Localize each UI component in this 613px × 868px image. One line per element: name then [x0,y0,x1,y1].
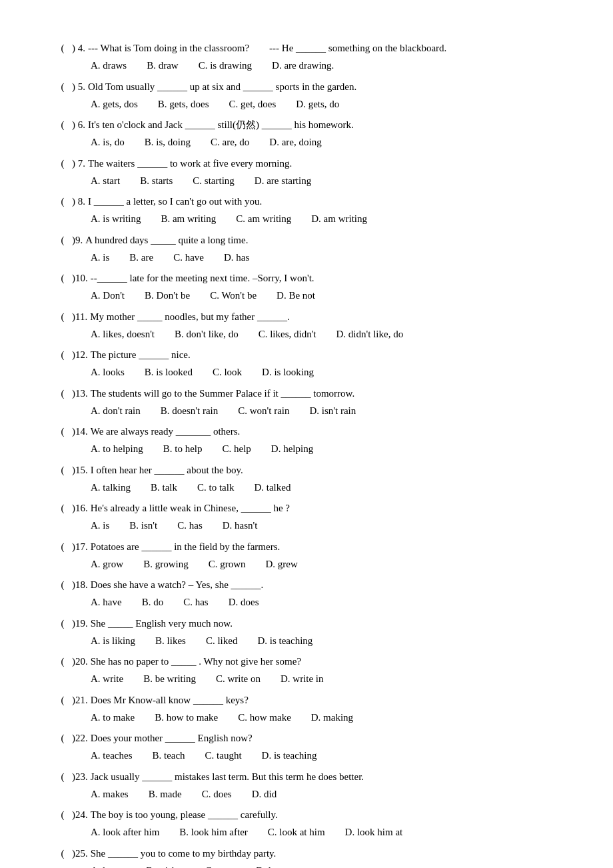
question-paren: ( [53,119,72,131]
question-line: ()14.We are always ready _______ others. [53,423,560,439]
question-text: She has no paper to _____ . Why not give… [91,653,560,669]
answer-line: A. draws B. draw C. is drawing D. are dr… [53,57,560,75]
question-text: She ______ you to come to my birthday pa… [91,845,560,861]
question-paren: ( [53,503,72,514]
answer-line: A. don't rain B. doesn't rain C. won't r… [53,403,560,420]
question-block: ()23.Jack usually ______ mistakes last t… [53,769,560,803]
answer-line: A. to make B. how to make C. how make D.… [53,709,560,727]
answer-line: A. teaches B. teach C. taught D. is teac… [53,747,560,765]
question-paren: ( [53,388,72,399]
question-text: He's already a little weak in Chinese, _… [91,500,560,516]
answer-line: A. look after him B. look him after C. l… [53,824,560,841]
answer-line: A. is, do B. is, doing C. are, do D. are… [53,134,560,151]
question-line: ()23.Jack usually ______ mistakes last t… [53,769,560,785]
question-paren: ( [53,426,72,437]
question-paren: ( [53,158,72,169]
question-text: Potatoes are ______ in the field by the … [91,539,560,555]
question-number: )22. [72,733,88,744]
question-paren: ( [53,465,72,476]
answer-line: A. start B. starts C. starting D. are st… [53,173,560,190]
question-block: ()12.The picture ______ nice.A. looks B.… [53,347,560,381]
answer-line: A. hopes B. wishes C. want D. lets [53,863,560,869]
question-number: ) 8. [72,196,85,207]
answer-line: A. write B. be writing C. write on D. wr… [53,671,560,688]
question-block: () 4.--- What is Tom doing in the classr… [53,40,560,75]
question-number: )23. [72,771,88,783]
question-block: ()18.Does she have a watch? – Yes, she _… [53,577,560,611]
question-paren: ( [53,196,72,207]
question-block: ()21.Does Mr Know-all know ______ keys?A… [53,692,560,727]
question-line: ()18.Does she have a watch? – Yes, she _… [53,577,560,593]
question-line: ()16.He's already a little weak in Chine… [53,500,560,516]
question-paren: ( [53,273,72,284]
question-text: My mother _____ noodles, but my father _… [90,309,560,325]
question-number: ) 5. [72,81,85,93]
question-line: ()19.She _____ English very much now. [53,615,560,631]
answer-line: A. looks B. is looked C. look D. is look… [53,364,560,381]
question-number: )20. [72,656,88,667]
question-block: ()22.Does your mother ______ English now… [53,730,560,765]
question-number: )15. [72,465,88,476]
answer-line: A. grow B. growing C. grown D. grew [53,556,560,573]
question-block: () 5.Old Tom usually ______ up at six an… [53,79,560,113]
question-text: We are always ready _______ others. [91,423,560,439]
question-paren: ( [53,81,72,93]
question-block: () 6.It's ten o'clock and Jack ______ st… [53,117,560,151]
question-text: A hundred days _____ quite a long time. [85,232,560,248]
question-text: She _____ English very much now. [91,615,560,631]
question-text: Does she have a watch? – Yes, she ______… [91,577,560,593]
question-line: ()13.The students will go to the Summer … [53,385,560,401]
question-block: ()13.The students will go to the Summer … [53,385,560,420]
answer-line: A. likes, doesn't B. don't like, do C. l… [53,326,560,343]
question-text: Does Mr Know-all know ______ keys? [91,692,560,708]
question-number: )24. [72,809,88,821]
question-paren: ( [53,733,72,744]
answer-line: A. is B. are C. have D. has [53,249,560,267]
questions-container: () 4.--- What is Tom doing in the classr… [53,40,560,868]
question-block: ()14.We are always ready _______ others.… [53,423,560,458]
question-line: () 7.The waiters ______ to work at five … [53,155,560,171]
question-line: () 6.It's ten o'clock and Jack ______ st… [53,117,560,133]
answer-line: A. gets, dos B. gets, does C. get, does … [53,96,560,113]
question-paren: ( [53,43,72,54]
question-line: ()24.The boy is too young, please ______… [53,807,560,823]
question-paren: ( [53,848,72,859]
question-number: ) 6. [72,119,85,131]
question-line: ()11.My mother _____ noodles, but my fat… [53,309,560,325]
question-text: --______ late for the meeting next time.… [91,270,560,286]
question-number: ) 4. [72,43,85,54]
question-number: )9. [72,235,83,246]
question-paren: ( [53,349,72,361]
question-paren: ( [53,618,72,629]
question-paren: ( [53,311,72,323]
question-block: ()11.My mother _____ noodles, but my fat… [53,309,560,343]
question-number: )18. [72,579,88,591]
question-text: The students will go to the Summer Palac… [91,385,560,401]
question-number: )17. [72,541,88,553]
question-block: ()17.Potatoes are ______ in the field by… [53,539,560,573]
question-line: ()22.Does your mother ______ English now… [53,730,560,746]
answer-line: A. is writing B. am writing C. am writin… [53,211,560,228]
question-line: () 4.--- What is Tom doing in the classr… [53,40,560,56]
question-text: I ______ a letter, so I can't go out wit… [88,193,560,209]
question-number: )12. [72,349,88,361]
question-text: I often hear her ______ about the boy. [91,462,560,478]
answer-line: A. makes B. made C. does D. did [53,786,560,803]
question-line: ()20.She has no paper to _____ . Why not… [53,653,560,669]
question-number: ) 7. [72,158,85,169]
question-line: () 8.I ______ a letter, so I can't go ou… [53,193,560,209]
question-line: ()21.Does Mr Know-all know ______ keys? [53,692,560,708]
answer-line: A. Don't B. Don't be C. Won't be D. Be n… [53,287,560,305]
question-block: ()24.The boy is too young, please ______… [53,807,560,841]
question-block: ()25.She ______ you to come to my birthd… [53,845,560,869]
question-block: () 8.I ______ a letter, so I can't go ou… [53,193,560,228]
question-line: ()25.She ______ you to come to my birthd… [53,845,560,861]
question-paren: ( [53,579,72,591]
question-block: ()19.She _____ English very much now.A. … [53,615,560,650]
question-line: ()17.Potatoes are ______ in the field by… [53,539,560,555]
question-line: ()9.A hundred days _____ quite a long ti… [53,232,560,248]
question-block: ()9.A hundred days _____ quite a long ti… [53,232,560,267]
question-block: ()16.He's already a little weak in Chine… [53,500,560,535]
answer-line: A. talking B. talk C. to talk D. talked [53,479,560,497]
question-line: ()15.I often hear her ______ about the b… [53,462,560,478]
